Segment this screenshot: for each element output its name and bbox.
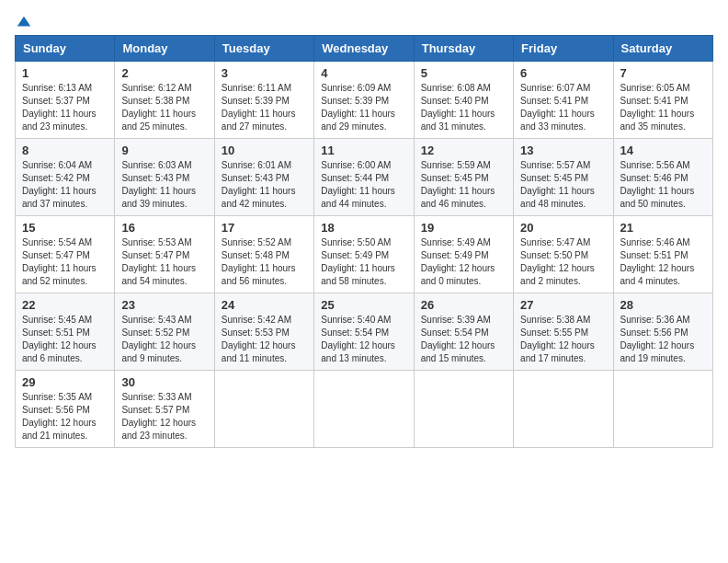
calendar-cell: 28 Sunrise: 5:36 AM Sunset: 5:56 PM Dayl… xyxy=(613,293,712,371)
calendar-cell xyxy=(514,371,613,448)
day-info: Sunrise: 5:50 AM Sunset: 5:49 PM Dayligh… xyxy=(321,236,406,288)
weekday-header-wednesday: Wednesday xyxy=(314,36,414,62)
calendar-cell: 15 Sunrise: 5:54 AM Sunset: 5:47 PM Dayl… xyxy=(16,216,115,293)
calendar-cell: 4 Sunrise: 6:09 AM Sunset: 5:39 PM Dayli… xyxy=(314,62,414,139)
calendar-cell: 18 Sunrise: 5:50 AM Sunset: 5:49 PM Dayl… xyxy=(314,216,414,293)
day-info: Sunrise: 5:39 AM Sunset: 5:54 PM Dayligh… xyxy=(421,314,506,365)
calendar-cell: 24 Sunrise: 5:42 AM Sunset: 5:53 PM Dayl… xyxy=(214,293,313,371)
calendar-cell: 9 Sunrise: 6:03 AM Sunset: 5:43 PM Dayli… xyxy=(115,139,214,216)
weekday-header-saturday: Saturday xyxy=(613,36,712,62)
calendar-cell: 25 Sunrise: 5:40 AM Sunset: 5:54 PM Dayl… xyxy=(314,293,414,371)
day-number: 20 xyxy=(520,221,606,235)
calendar-week-2: 8 Sunrise: 6:04 AM Sunset: 5:42 PM Dayli… xyxy=(16,139,713,216)
day-info: Sunrise: 5:47 AM Sunset: 5:50 PM Dayligh… xyxy=(520,236,606,288)
day-info: Sunrise: 5:42 AM Sunset: 5:53 PM Dayligh… xyxy=(222,314,307,365)
day-number: 23 xyxy=(121,298,207,312)
calendar-cell: 30 Sunrise: 5:33 AM Sunset: 5:57 PM Dayl… xyxy=(115,371,214,448)
calendar-cell: 7 Sunrise: 6:05 AM Sunset: 5:41 PM Dayli… xyxy=(613,62,712,139)
day-info: Sunrise: 6:00 AM Sunset: 5:44 PM Dayligh… xyxy=(321,159,406,211)
day-number: 28 xyxy=(620,298,706,312)
calendar-cell xyxy=(214,371,313,448)
day-number: 9 xyxy=(121,144,207,157)
calendar-body: 1 Sunrise: 6:13 AM Sunset: 5:37 PM Dayli… xyxy=(16,62,713,448)
calendar-cell: 16 Sunrise: 5:53 AM Sunset: 5:47 PM Dayl… xyxy=(115,216,214,293)
calendar-cell xyxy=(414,371,513,448)
day-info: Sunrise: 5:36 AM Sunset: 5:56 PM Dayligh… xyxy=(620,314,706,365)
day-info: Sunrise: 5:38 AM Sunset: 5:55 PM Dayligh… xyxy=(520,314,606,365)
day-info: Sunrise: 6:09 AM Sunset: 5:39 PM Dayligh… xyxy=(321,82,406,133)
calendar-cell: 21 Sunrise: 5:46 AM Sunset: 5:51 PM Dayl… xyxy=(613,216,712,293)
calendar-cell: 2 Sunrise: 6:12 AM Sunset: 5:38 PM Dayli… xyxy=(115,62,214,139)
calendar-cell: 6 Sunrise: 6:07 AM Sunset: 5:41 PM Dayli… xyxy=(514,62,613,139)
weekday-header-sunday: Sunday xyxy=(16,36,115,62)
day-info: Sunrise: 6:13 AM Sunset: 5:37 PM Dayligh… xyxy=(22,82,108,133)
day-number: 27 xyxy=(520,298,606,312)
calendar-week-4: 22 Sunrise: 5:45 AM Sunset: 5:51 PM Dayl… xyxy=(16,293,713,371)
calendar-week-5: 29 Sunrise: 5:35 AM Sunset: 5:56 PM Dayl… xyxy=(16,371,713,448)
calendar-cell: 10 Sunrise: 6:01 AM Sunset: 5:43 PM Dayl… xyxy=(214,139,313,216)
day-number: 19 xyxy=(421,221,506,235)
day-number: 21 xyxy=(620,221,706,235)
day-number: 30 xyxy=(121,375,207,389)
calendar-cell: 11 Sunrise: 6:00 AM Sunset: 5:44 PM Dayl… xyxy=(314,139,414,216)
day-number: 25 xyxy=(321,298,406,312)
day-info: Sunrise: 5:57 AM Sunset: 5:45 PM Dayligh… xyxy=(520,159,606,211)
day-number: 4 xyxy=(321,66,406,80)
day-info: Sunrise: 5:46 AM Sunset: 5:51 PM Dayligh… xyxy=(620,236,706,288)
day-info: Sunrise: 5:35 AM Sunset: 5:56 PM Dayligh… xyxy=(22,391,108,442)
calendar-cell: 26 Sunrise: 5:39 AM Sunset: 5:54 PM Dayl… xyxy=(414,293,513,371)
calendar-week-3: 15 Sunrise: 5:54 AM Sunset: 5:47 PM Dayl… xyxy=(16,216,713,293)
day-number: 13 xyxy=(520,144,606,157)
day-info: Sunrise: 6:08 AM Sunset: 5:40 PM Dayligh… xyxy=(421,82,506,133)
day-info: Sunrise: 5:43 AM Sunset: 5:52 PM Dayligh… xyxy=(121,314,207,365)
day-number: 3 xyxy=(222,66,307,80)
day-number: 24 xyxy=(222,298,307,312)
day-info: Sunrise: 5:40 AM Sunset: 5:54 PM Dayligh… xyxy=(321,314,406,365)
day-number: 17 xyxy=(222,221,307,235)
weekday-header-tuesday: Tuesday xyxy=(214,36,313,62)
weekday-header-row: SundayMondayTuesdayWednesdayThursdayFrid… xyxy=(16,36,713,62)
day-number: 15 xyxy=(22,221,108,235)
day-number: 11 xyxy=(321,144,406,157)
calendar-cell: 1 Sunrise: 6:13 AM Sunset: 5:37 PM Dayli… xyxy=(16,62,115,139)
logo xyxy=(15,15,33,28)
day-number: 26 xyxy=(421,298,506,312)
weekday-header-monday: Monday xyxy=(115,36,214,62)
day-info: Sunrise: 6:01 AM Sunset: 5:43 PM Dayligh… xyxy=(222,159,307,211)
day-number: 8 xyxy=(22,144,108,157)
day-info: Sunrise: 5:56 AM Sunset: 5:46 PM Dayligh… xyxy=(620,159,706,211)
calendar-cell: 29 Sunrise: 5:35 AM Sunset: 5:56 PM Dayl… xyxy=(16,371,115,448)
day-number: 22 xyxy=(22,298,108,312)
day-number: 10 xyxy=(222,144,307,157)
calendar-cell: 17 Sunrise: 5:52 AM Sunset: 5:48 PM Dayl… xyxy=(214,216,313,293)
calendar-cell: 19 Sunrise: 5:49 AM Sunset: 5:49 PM Dayl… xyxy=(414,216,513,293)
day-number: 14 xyxy=(620,144,706,157)
day-number: 16 xyxy=(121,221,207,235)
calendar-cell: 13 Sunrise: 5:57 AM Sunset: 5:45 PM Dayl… xyxy=(514,139,613,216)
calendar-cell xyxy=(613,371,712,448)
calendar-cell: 23 Sunrise: 5:43 AM Sunset: 5:52 PM Dayl… xyxy=(115,293,214,371)
day-info: Sunrise: 6:04 AM Sunset: 5:42 PM Dayligh… xyxy=(22,159,108,211)
day-number: 1 xyxy=(22,66,108,80)
calendar-week-1: 1 Sunrise: 6:13 AM Sunset: 5:37 PM Dayli… xyxy=(16,62,713,139)
day-number: 2 xyxy=(121,66,207,80)
day-info: Sunrise: 6:07 AM Sunset: 5:41 PM Dayligh… xyxy=(520,82,606,133)
day-info: Sunrise: 5:52 AM Sunset: 5:48 PM Dayligh… xyxy=(222,236,307,288)
calendar-cell: 3 Sunrise: 6:11 AM Sunset: 5:39 PM Dayli… xyxy=(214,62,313,139)
day-number: 12 xyxy=(421,144,506,157)
day-number: 29 xyxy=(22,375,108,389)
day-info: Sunrise: 6:12 AM Sunset: 5:38 PM Dayligh… xyxy=(121,82,207,133)
calendar-table: SundayMondayTuesdayWednesdayThursdayFrid… xyxy=(15,35,713,448)
calendar-cell: 22 Sunrise: 5:45 AM Sunset: 5:51 PM Dayl… xyxy=(16,293,115,371)
calendar-cell: 12 Sunrise: 5:59 AM Sunset: 5:45 PM Dayl… xyxy=(414,139,513,216)
svg-marker-0 xyxy=(17,17,30,27)
day-info: Sunrise: 6:05 AM Sunset: 5:41 PM Dayligh… xyxy=(620,82,706,133)
day-info: Sunrise: 6:03 AM Sunset: 5:43 PM Dayligh… xyxy=(121,159,207,211)
calendar-cell: 27 Sunrise: 5:38 AM Sunset: 5:55 PM Dayl… xyxy=(514,293,613,371)
logo-icon xyxy=(16,15,32,31)
day-info: Sunrise: 5:54 AM Sunset: 5:47 PM Dayligh… xyxy=(22,236,108,288)
weekday-header-thursday: Thursday xyxy=(414,36,513,62)
day-info: Sunrise: 5:45 AM Sunset: 5:51 PM Dayligh… xyxy=(22,314,108,365)
day-info: Sunrise: 5:33 AM Sunset: 5:57 PM Dayligh… xyxy=(121,391,207,442)
calendar-cell: 14 Sunrise: 5:56 AM Sunset: 5:46 PM Dayl… xyxy=(613,139,712,216)
